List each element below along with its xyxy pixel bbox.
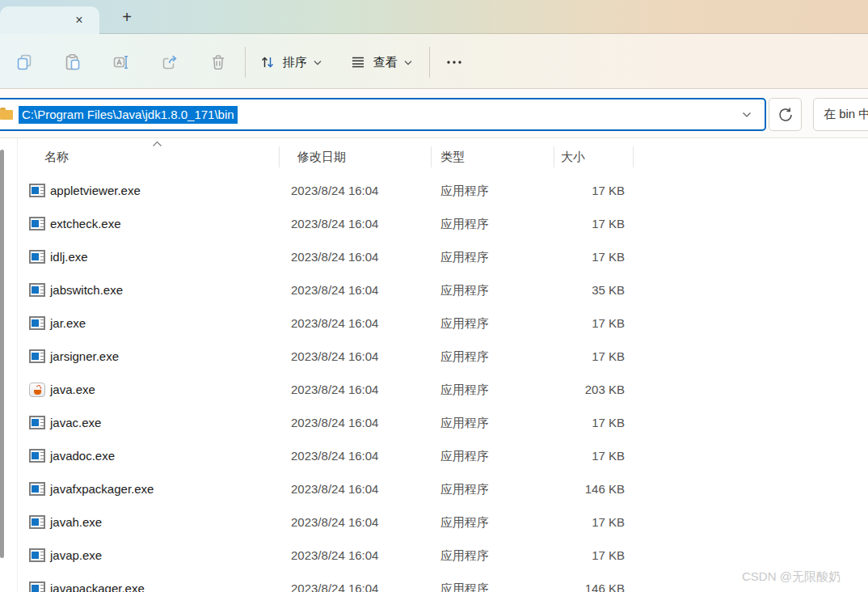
file-row[interactable]: javapackager.exe 2023/8/24 16:04 应用程序 14… (23, 572, 645, 592)
see-more-button[interactable] (438, 47, 470, 78)
file-date-modified: 2023/8/24 16:04 (291, 307, 378, 340)
file-size: 17 KB (524, 505, 625, 539)
share-icon (160, 53, 179, 72)
file-size: 17 KB (524, 174, 625, 207)
file-name: javah.exe (50, 505, 102, 539)
column-header-type[interactable]: 类型 (440, 143, 465, 171)
file-type: 应用程序 (440, 340, 489, 373)
file-date-modified: 2023/8/24 16:04 (291, 240, 378, 273)
column-header-size[interactable]: 大小 (561, 143, 585, 171)
file-type: 应用程序 (440, 373, 489, 406)
refresh-button[interactable] (769, 98, 802, 131)
tab-bar: × + (0, 0, 868, 34)
file-row[interactable]: javah.exe 2023/8/24 16:04 应用程序 17 KB (23, 505, 645, 539)
file-name: javap.exe (50, 539, 102, 572)
column-header-date-modified[interactable]: 修改日期 (297, 143, 346, 171)
paste-button[interactable] (57, 47, 89, 78)
file-size: 17 KB (524, 207, 625, 240)
file-date-modified: 2023/8/24 16:04 (291, 340, 378, 373)
chevron-down-icon (404, 60, 412, 66)
file-date-modified: 2023/8/24 16:04 (291, 505, 378, 539)
sort-ascending-chevron-icon (152, 141, 162, 147)
delete-button[interactable] (202, 47, 234, 78)
column-separator[interactable] (633, 146, 634, 167)
file-type: 应用程序 (440, 307, 489, 340)
column-separator[interactable] (554, 146, 554, 167)
file-size: 17 KB (524, 439, 625, 472)
column-header-name[interactable]: 名称 (44, 143, 69, 171)
column-separator[interactable] (279, 146, 280, 167)
file-row[interactable]: jar.exe 2023/8/24 16:04 应用程序 17 KB (23, 307, 645, 340)
file-name: jabswitch.exe (50, 273, 123, 307)
file-date-modified: 2023/8/24 16:04 (291, 439, 378, 472)
rename-button[interactable] (105, 47, 137, 78)
application-exe-icon (29, 416, 45, 429)
application-exe-icon (29, 217, 45, 230)
file-row[interactable]: jabswitch.exe 2023/8/24 16:04 应用程序 35 KB (23, 273, 645, 307)
toolbar-separator (429, 47, 430, 78)
pane-separator (17, 138, 18, 592)
address-row: C:\Program Files\Java\jdk1.8.0_171\bin 在… (0, 89, 868, 138)
file-type: 应用程序 (440, 240, 489, 273)
application-exe-icon (29, 283, 45, 297)
file-name: jarsigner.exe (50, 340, 119, 373)
file-row[interactable]: extcheck.exe 2023/8/24 16:04 应用程序 17 KB (23, 207, 645, 240)
file-action-buttons (8, 47, 234, 78)
file-date-modified: 2023/8/24 16:04 (291, 273, 378, 307)
file-size: 17 KB (524, 240, 625, 273)
application-exe-icon (29, 184, 45, 197)
file-type: 应用程序 (440, 505, 489, 539)
application-exe-icon (29, 515, 45, 529)
folder-icon (0, 110, 13, 120)
column-separator[interactable] (431, 146, 432, 167)
application-exe-icon (29, 316, 45, 330)
copy-button[interactable] (8, 47, 40, 78)
navigation-pane-scrollbar[interactable] (0, 150, 4, 558)
file-date-modified: 2023/8/24 16:04 (291, 174, 378, 207)
file-size: 203 KB (524, 373, 625, 406)
file-type: 应用程序 (440, 406, 489, 439)
file-size: 146 KB (524, 472, 625, 505)
new-tab-button[interactable]: + (116, 6, 137, 27)
file-size: 17 KB (524, 406, 625, 439)
application-exe-icon (29, 349, 45, 363)
file-row[interactable]: javafxpackager.exe 2023/8/24 16:04 应用程序 … (23, 472, 645, 505)
file-row[interactable]: javap.exe 2023/8/24 16:04 应用程序 17 KB (23, 539, 645, 572)
share-button[interactable] (154, 47, 186, 78)
search-input[interactable]: 在 bin 中 (813, 98, 868, 131)
view-label: 查看 (373, 55, 398, 70)
sort-button[interactable]: 排序 (259, 47, 322, 78)
copy-icon (15, 53, 34, 72)
tab-close-button[interactable]: × (70, 11, 89, 29)
file-name: javadoc.exe (50, 439, 115, 472)
file-name: appletviewer.exe (50, 174, 141, 207)
file-row[interactable]: appletviewer.exe 2023/8/24 16:04 应用程序 17… (23, 174, 645, 207)
file-size: 17 KB (524, 539, 625, 572)
file-size: 35 KB (524, 273, 625, 307)
view-button[interactable]: 查看 (349, 47, 412, 78)
file-date-modified: 2023/8/24 16:04 (291, 406, 378, 439)
file-row[interactable]: jarsigner.exe 2023/8/24 16:04 应用程序 17 KB (23, 340, 645, 373)
file-type: 应用程序 (440, 273, 489, 307)
watermark-text: CSDN @无限酸奶 (742, 569, 841, 585)
file-row[interactable]: idlj.exe 2023/8/24 16:04 应用程序 17 KB (23, 240, 645, 273)
file-size: 146 KB (524, 572, 625, 592)
rename-icon (112, 53, 131, 72)
file-type: 应用程序 (440, 207, 489, 240)
file-date-modified: 2023/8/24 16:04 (291, 472, 378, 505)
address-path-selected-text: C:\Program Files\Java\jdk1.8.0_171\bin (19, 106, 238, 124)
file-date-modified: 2023/8/24 16:04 (291, 539, 378, 572)
command-toolbar: 排序 查看 (0, 34, 868, 89)
file-date-modified: 2023/8/24 16:04 (291, 572, 378, 592)
search-placeholder-text: 在 bin 中 (824, 107, 868, 122)
address-bar-input[interactable]: C:\Program Files\Java\jdk1.8.0_171\bin (0, 98, 766, 131)
file-type: 应用程序 (440, 572, 489, 592)
file-date-modified: 2023/8/24 16:04 (291, 207, 378, 240)
file-date-modified: 2023/8/24 16:04 (291, 373, 378, 406)
explorer-tab[interactable]: × (0, 6, 99, 35)
file-name: javafxpackager.exe (50, 472, 154, 505)
file-row[interactable]: java.exe 2023/8/24 16:04 应用程序 203 KB (23, 373, 645, 406)
file-row[interactable]: javadoc.exe 2023/8/24 16:04 应用程序 17 KB (23, 439, 645, 472)
address-dropdown-chevron-icon[interactable] (742, 112, 752, 118)
file-row[interactable]: javac.exe 2023/8/24 16:04 应用程序 17 KB (23, 406, 645, 439)
